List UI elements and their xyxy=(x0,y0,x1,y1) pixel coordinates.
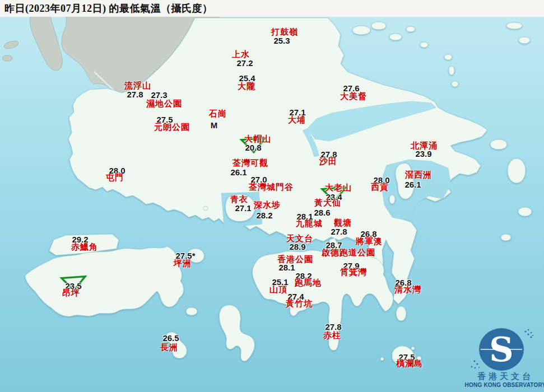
station-label-sai-kung: 西貢 xyxy=(371,182,389,193)
hko-min-temp-map: S 昨日(2023年07月12日) 的最低氣溫（攝氏度） 25.3打鼓嶺27.2… xyxy=(0,0,544,392)
station-label-hk-observatory: 天文台 xyxy=(286,234,313,244)
hko-logo: 香港天文台 HONG KONG OBSERVATORY xyxy=(468,315,542,390)
station-label-kau-sai-chau: 滘西洲 xyxy=(405,170,432,180)
station-label-tsuen-wan-shing-mun-valley: 荃灣城門谷 xyxy=(249,182,294,193)
station-label-tai-mo-shan: 大帽山 xyxy=(244,134,271,144)
station-label-tsing-yi: 青衣 xyxy=(230,194,248,205)
station-label-ta-kwu-ling: 打鼓嶺 xyxy=(271,27,298,38)
station-label-clear-water-bay: 清水灣 xyxy=(394,284,421,295)
station-label-happy-valley: 跑馬地 xyxy=(295,278,322,288)
station-label-wong-chuk-hang: 黃竹坑 xyxy=(286,298,313,309)
station-label-tai-mei-tuk: 大美督 xyxy=(340,91,367,102)
station-layer: 25.3打鼓嶺27.2上水25.4大隴27.8流浮山27.3濕地公園27.5元朗… xyxy=(0,0,544,392)
station-value-shek-kong: M xyxy=(211,120,218,130)
station-value-kau-sai-chau: 26.1 xyxy=(404,180,421,189)
station-label-waglan-island: 橫瀾島 xyxy=(396,358,423,369)
station-label-shau-kei-wan: 筲箕灣 xyxy=(340,267,367,278)
station-label-sha-tin: 沙田 xyxy=(319,156,337,167)
station-label-shek-kong: 石崗 xyxy=(209,109,227,119)
station-value-tsuen-wan-ho-koon: 26.1 xyxy=(230,167,247,177)
station-value-sham-shui-po: 28.2 xyxy=(256,211,272,220)
station-label-tai-lung: 大隴 xyxy=(238,81,255,92)
station-label-wetland-park: 濕地公園 xyxy=(146,99,182,109)
station-label-sham-shui-po: 深水埗 xyxy=(254,200,281,211)
station-label-wong-tai-sin: 黃大仙 xyxy=(314,198,341,208)
station-label-tuen-mun: 屯門 xyxy=(106,172,124,183)
station-label-cheung-chau: 長洲 xyxy=(160,342,178,353)
station-label-kwun-tong: 觀塘 xyxy=(334,218,352,228)
station-label-the-peak: 山頂 xyxy=(269,284,287,295)
station-label-tsuen-wan-ho-koon: 荃灣可觀 xyxy=(233,158,268,169)
station-label-pak-tam-chung: 北潭涌 xyxy=(411,141,438,151)
station-label-tseung-kwan-o: 將軍澳 xyxy=(356,236,383,247)
station-value-wong-tai-sin: 28.6 xyxy=(314,208,330,217)
station-label-lau-fau-shan: 流浮山 xyxy=(124,81,151,91)
station-label-tai-po: 大埔 xyxy=(288,115,306,125)
station-label-chek-lap-kok: 赤鱲角 xyxy=(71,242,98,253)
station-label-yuen-long-park: 元朗公園 xyxy=(154,122,190,133)
station-label-stanley: 赤柱 xyxy=(323,330,341,341)
station-label-tates-cairn: 大老山 xyxy=(325,183,352,193)
station-label-ngong-ping: 昂坪 xyxy=(62,288,80,298)
station-value-cheung-chau: 26.5 xyxy=(162,333,179,343)
hko-logo-name-en: HONG KONG OBSERVATORY xyxy=(465,382,544,388)
station-label-kai-tak-runway-park: 啟德跑道公園 xyxy=(322,248,375,258)
station-label-peng-chau: 坪洲 xyxy=(174,258,192,269)
hko-logo-name-zh: 香港天文台 xyxy=(477,371,533,382)
station-label-sheung-shui: 上水 xyxy=(232,49,250,60)
station-label-hong-kong-park: 香港公園 xyxy=(277,254,313,265)
station-label-kowloon-city: 九龍城 xyxy=(296,218,323,229)
